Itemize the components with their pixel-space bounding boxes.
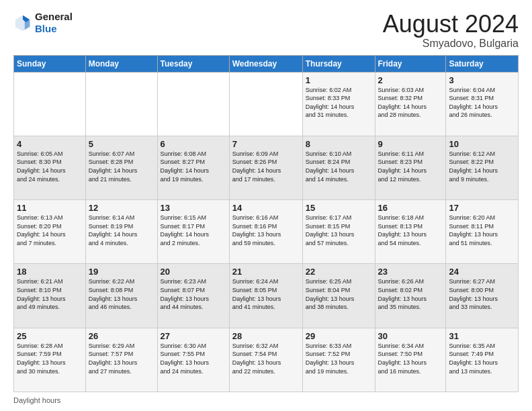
page: General Blue August 2024 Smyadovo, Bulga… xyxy=(0,0,532,411)
day-header-friday: Friday xyxy=(375,55,446,72)
day-info: Sunrise: 6:09 AM Sunset: 8:26 PM Dayligh… xyxy=(232,150,300,183)
day-number: 23 xyxy=(378,267,443,277)
day-number: 31 xyxy=(449,331,515,341)
day-info: Sunrise: 6:27 AM Sunset: 8:00 PM Dayligh… xyxy=(449,277,515,311)
day-info: Sunrise: 6:14 AM Sunset: 8:19 PM Dayligh… xyxy=(89,214,154,247)
calendar-cell xyxy=(14,72,86,136)
calendar-cell: 14Sunrise: 6:16 AM Sunset: 8:16 PM Dayli… xyxy=(229,200,302,264)
day-info: Sunrise: 6:16 AM Sunset: 8:16 PM Dayligh… xyxy=(232,214,300,247)
day-number: 9 xyxy=(378,139,443,149)
day-number: 28 xyxy=(232,331,300,341)
calendar-cell: 25Sunrise: 6:28 AM Sunset: 7:59 PM Dayli… xyxy=(14,328,86,392)
day-number: 11 xyxy=(17,203,83,213)
day-number: 8 xyxy=(306,139,372,149)
calendar-cell: 23Sunrise: 6:26 AM Sunset: 8:02 PM Dayli… xyxy=(375,264,446,328)
calendar-week-2: 4Sunrise: 6:05 AM Sunset: 8:30 PM Daylig… xyxy=(14,136,519,199)
calendar-cell: 11Sunrise: 6:13 AM Sunset: 8:20 PM Dayli… xyxy=(14,200,86,264)
day-info: Sunrise: 6:34 AM Sunset: 7:50 PM Dayligh… xyxy=(378,342,443,375)
day-info: Sunrise: 6:10 AM Sunset: 8:24 PM Dayligh… xyxy=(306,150,372,183)
calendar-cell: 18Sunrise: 6:21 AM Sunset: 8:10 PM Dayli… xyxy=(14,264,86,328)
day-number: 18 xyxy=(17,267,83,277)
day-info: Sunrise: 6:35 AM Sunset: 7:49 PM Dayligh… xyxy=(449,342,515,375)
calendar-week-5: 25Sunrise: 6:28 AM Sunset: 7:59 PM Dayli… xyxy=(14,328,519,392)
day-number: 29 xyxy=(306,331,372,341)
day-number: 3 xyxy=(449,75,515,85)
calendar-cell: 24Sunrise: 6:27 AM Sunset: 8:00 PM Dayli… xyxy=(446,264,519,328)
calendar-cell: 4Sunrise: 6:05 AM Sunset: 8:30 PM Daylig… xyxy=(14,136,86,199)
daylight-label: Daylight hours xyxy=(13,396,60,404)
calendar-cell: 6Sunrise: 6:08 AM Sunset: 8:27 PM Daylig… xyxy=(157,136,229,199)
day-number: 13 xyxy=(161,203,226,213)
calendar-cell: 15Sunrise: 6:17 AM Sunset: 8:15 PM Dayli… xyxy=(302,200,375,264)
calendar-week-1: 1Sunrise: 6:02 AM Sunset: 8:33 PM Daylig… xyxy=(14,72,519,136)
day-number: 15 xyxy=(306,203,372,213)
day-info: Sunrise: 6:26 AM Sunset: 8:02 PM Dayligh… xyxy=(378,277,443,311)
day-number: 20 xyxy=(161,267,226,277)
day-info: Sunrise: 6:30 AM Sunset: 7:55 PM Dayligh… xyxy=(161,342,226,375)
calendar-cell: 7Sunrise: 6:09 AM Sunset: 8:26 PM Daylig… xyxy=(229,136,302,199)
day-number: 16 xyxy=(378,203,443,213)
day-number: 7 xyxy=(232,139,300,149)
day-info: Sunrise: 6:20 AM Sunset: 8:11 PM Dayligh… xyxy=(449,214,515,247)
day-number: 21 xyxy=(232,267,300,277)
calendar-header-row: SundayMondayTuesdayWednesdayThursdayFrid… xyxy=(14,55,519,72)
day-info: Sunrise: 6:03 AM Sunset: 8:32 PM Dayligh… xyxy=(378,86,443,120)
month-year: August 2024 xyxy=(383,11,519,38)
day-number: 25 xyxy=(17,331,83,341)
calendar-cell xyxy=(85,72,157,136)
day-info: Sunrise: 6:33 AM Sunset: 7:52 PM Dayligh… xyxy=(306,342,372,375)
calendar-cell: 10Sunrise: 6:12 AM Sunset: 8:22 PM Dayli… xyxy=(446,136,519,199)
day-header-thursday: Thursday xyxy=(302,55,375,72)
day-header-monday: Monday xyxy=(85,55,157,72)
day-info: Sunrise: 6:15 AM Sunset: 8:17 PM Dayligh… xyxy=(161,214,226,247)
calendar-cell: 17Sunrise: 6:20 AM Sunset: 8:11 PM Dayli… xyxy=(446,200,519,264)
calendar-week-4: 18Sunrise: 6:21 AM Sunset: 8:10 PM Dayli… xyxy=(14,264,519,328)
day-number: 27 xyxy=(161,331,226,341)
day-info: Sunrise: 6:23 AM Sunset: 8:07 PM Dayligh… xyxy=(161,277,226,311)
day-info: Sunrise: 6:02 AM Sunset: 8:33 PM Dayligh… xyxy=(306,86,372,120)
calendar-cell: 2Sunrise: 6:03 AM Sunset: 8:32 PM Daylig… xyxy=(375,72,446,136)
day-info: Sunrise: 6:32 AM Sunset: 7:54 PM Dayligh… xyxy=(232,342,300,375)
day-info: Sunrise: 6:25 AM Sunset: 8:04 PM Dayligh… xyxy=(306,277,372,311)
calendar-cell: 26Sunrise: 6:29 AM Sunset: 7:57 PM Dayli… xyxy=(85,328,157,392)
calendar-cell: 9Sunrise: 6:11 AM Sunset: 8:23 PM Daylig… xyxy=(375,136,446,199)
day-number: 5 xyxy=(89,139,154,149)
calendar-cell: 29Sunrise: 6:33 AM Sunset: 7:52 PM Dayli… xyxy=(302,328,375,392)
calendar-cell xyxy=(229,72,302,136)
logo: General Blue xyxy=(13,11,73,35)
calendar-cell: 5Sunrise: 6:07 AM Sunset: 8:28 PM Daylig… xyxy=(85,136,157,199)
day-info: Sunrise: 6:22 AM Sunset: 8:08 PM Dayligh… xyxy=(89,277,154,311)
day-number: 26 xyxy=(89,331,154,341)
day-number: 1 xyxy=(306,75,372,85)
calendar-body: 1Sunrise: 6:02 AM Sunset: 8:33 PM Daylig… xyxy=(14,72,519,392)
day-info: Sunrise: 6:08 AM Sunset: 8:27 PM Dayligh… xyxy=(161,150,226,183)
day-number: 4 xyxy=(17,139,83,149)
calendar-cell: 19Sunrise: 6:22 AM Sunset: 8:08 PM Dayli… xyxy=(85,264,157,328)
day-number: 12 xyxy=(89,203,154,213)
location: Smyadovo, Bulgaria xyxy=(383,38,519,50)
day-info: Sunrise: 6:13 AM Sunset: 8:20 PM Dayligh… xyxy=(17,214,83,247)
day-number: 14 xyxy=(232,203,300,213)
day-info: Sunrise: 6:11 AM Sunset: 8:23 PM Dayligh… xyxy=(378,150,443,183)
calendar-cell: 8Sunrise: 6:10 AM Sunset: 8:24 PM Daylig… xyxy=(302,136,375,199)
day-info: Sunrise: 6:28 AM Sunset: 7:59 PM Dayligh… xyxy=(17,342,83,375)
calendar-cell: 12Sunrise: 6:14 AM Sunset: 8:19 PM Dayli… xyxy=(85,200,157,264)
calendar-cell: 22Sunrise: 6:25 AM Sunset: 8:04 PM Dayli… xyxy=(302,264,375,328)
day-info: Sunrise: 6:17 AM Sunset: 8:15 PM Dayligh… xyxy=(306,214,372,247)
day-header-saturday: Saturday xyxy=(446,55,519,72)
calendar-cell: 13Sunrise: 6:15 AM Sunset: 8:17 PM Dayli… xyxy=(157,200,229,264)
day-header-tuesday: Tuesday xyxy=(157,55,229,72)
day-info: Sunrise: 6:07 AM Sunset: 8:28 PM Dayligh… xyxy=(89,150,154,183)
day-info: Sunrise: 6:05 AM Sunset: 8:30 PM Dayligh… xyxy=(17,150,83,183)
day-info: Sunrise: 6:24 AM Sunset: 8:05 PM Dayligh… xyxy=(232,277,300,311)
calendar-week-3: 11Sunrise: 6:13 AM Sunset: 8:20 PM Dayli… xyxy=(14,200,519,264)
day-number: 30 xyxy=(378,331,443,341)
title-block: August 2024 Smyadovo, Bulgaria xyxy=(383,11,519,50)
day-info: Sunrise: 6:18 AM Sunset: 8:13 PM Dayligh… xyxy=(378,214,443,247)
calendar-cell: 3Sunrise: 6:04 AM Sunset: 8:31 PM Daylig… xyxy=(446,72,519,136)
day-info: Sunrise: 6:04 AM Sunset: 8:31 PM Dayligh… xyxy=(449,86,515,120)
day-number: 22 xyxy=(306,267,372,277)
calendar-cell: 30Sunrise: 6:34 AM Sunset: 7:50 PM Dayli… xyxy=(375,328,446,392)
day-header-wednesday: Wednesday xyxy=(229,55,302,72)
calendar-cell: 27Sunrise: 6:30 AM Sunset: 7:55 PM Dayli… xyxy=(157,328,229,392)
